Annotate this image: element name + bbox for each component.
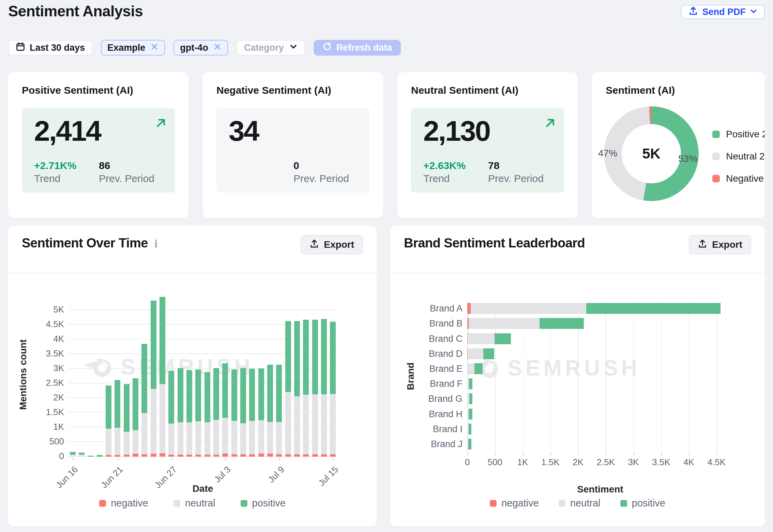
bar-jul-15	[330, 292, 336, 457]
bar-segment-positive	[204, 372, 210, 422]
chevron-down-icon	[750, 7, 757, 17]
bar-segment-positive	[321, 319, 327, 394]
y-axis-tick-labels: 05001K1.5K2K2.5K3K3.5K4K4.5K5K	[29, 292, 64, 457]
refresh-data-button[interactable]: Refresh data	[314, 40, 401, 56]
bar-jun-25	[151, 292, 156, 457]
page-header: Sentiment Analysis Send PDF	[8, 3, 765, 23]
kpi-card-neutral: Neutral Sentiment (AI) 2,130 +2.63K% Tre…	[397, 72, 578, 218]
bar-segment-negative	[231, 454, 237, 457]
bar-segment-positive	[249, 369, 255, 421]
bar-segment-negative	[249, 454, 255, 457]
bar-segment-positive	[124, 384, 130, 432]
legend-label: negative	[111, 498, 148, 509]
date-range-button[interactable]: Last 30 days	[8, 40, 92, 56]
kpi-title: Positive Sentiment (AI)	[22, 85, 133, 96]
kpi-value: 34	[229, 115, 258, 148]
arrow-up-right-icon	[544, 117, 556, 130]
bar-segment-positive	[106, 385, 111, 429]
category-dropdown[interactable]: Category	[237, 40, 305, 56]
export-button[interactable]: Export	[689, 235, 751, 254]
bar-segment-negative	[186, 455, 192, 457]
brand-label-brand-b: Brand B	[411, 318, 463, 329]
bar-segment-positive	[495, 333, 511, 344]
legend-swatch	[490, 500, 497, 507]
bar-segment-neutral	[151, 389, 156, 453]
x-tick-label: 3K	[618, 457, 649, 468]
divider	[8, 273, 377, 273]
legend-item-neutral: Neutral 2.1K	[712, 151, 765, 162]
send-pdf-label: Send PDF	[702, 7, 746, 17]
bar-segment-positive	[97, 455, 103, 457]
brand-leaderboard-card: Brand Sentiment Leaderboard Export Brand…	[390, 226, 765, 527]
x-tick-mark	[661, 452, 662, 455]
bar-segment-positive	[469, 409, 472, 420]
bar-jun-23	[133, 292, 138, 457]
kpi-panel: 34 0 Prev. Period	[216, 108, 369, 193]
bar-segment-neutral	[467, 363, 474, 374]
bar-segment-positive	[267, 365, 273, 422]
gridline	[689, 301, 689, 452]
bar-jul-12	[303, 292, 309, 457]
bar-segment-positive	[469, 393, 473, 404]
gridline	[606, 301, 606, 452]
send-pdf-button[interactable]: Send PDF	[681, 5, 765, 19]
x-tick-label: 500	[480, 457, 510, 468]
bar-jun-21	[115, 292, 120, 457]
close-icon[interactable]	[150, 43, 158, 53]
kpi-card-negative: Negative Sentiment (AI) 34 0 Prev. Perio…	[203, 72, 383, 218]
bar-segment-positive	[115, 380, 120, 428]
chart-legend: negativeneutralpositive	[8, 498, 377, 509]
bar-segment-positive	[168, 371, 174, 424]
chart-title: Sentiment Over Time	[22, 236, 148, 250]
export-button[interactable]: Export	[301, 235, 363, 254]
gridline	[634, 301, 634, 452]
y-tick-label: 3.5K	[29, 348, 64, 359]
filter-chip-label: gpt-4o	[180, 43, 208, 53]
kpi-trend-block: +2.63K% Trend	[423, 160, 488, 184]
bar-segment-neutral	[294, 396, 300, 454]
bar-jul-14	[321, 292, 327, 457]
bar-segment-negative	[222, 454, 228, 457]
legend-label: neutral	[185, 498, 215, 509]
bar-segment-neutral	[249, 421, 255, 454]
bar-segment-negative	[195, 455, 201, 457]
filter-chip-gpt-4o[interactable]: gpt-4o	[173, 40, 228, 56]
bar-segment-neutral	[79, 455, 85, 457]
legend-label: negative	[501, 498, 539, 509]
x-tick-label: 2.5K	[590, 457, 621, 468]
gridline	[661, 301, 662, 452]
bar-segment-negative	[160, 453, 165, 457]
donut-percent-positive: 53%	[678, 153, 697, 164]
bar-segment-neutral	[231, 421, 237, 454]
filter-chip-example[interactable]: Example	[101, 40, 165, 56]
legend-item-positive: positive	[241, 498, 286, 509]
export-label: Export	[712, 239, 742, 250]
y-tick-label: 5K	[29, 304, 64, 315]
x-axis-title: Sentiment	[467, 484, 733, 495]
bar-segment-neutral	[312, 394, 318, 454]
brand-label-brand-a: Brand A	[411, 303, 463, 314]
donut-hole: 5K	[622, 124, 681, 183]
legend-label: Negative 34	[726, 173, 765, 184]
kpi-prev-label: Prev. Period	[293, 173, 349, 184]
legend-item-negative: Negative 34	[712, 173, 765, 184]
x-tick-label: 3.5K	[646, 457, 677, 468]
kpi-prev-value: 0	[293, 160, 349, 171]
info-icon[interactable]: i	[154, 238, 158, 250]
bar-segment-positive	[303, 320, 309, 395]
bar-segment-positive	[160, 297, 165, 384]
bar-segment-positive	[483, 348, 494, 359]
brand-label-brand-c: Brand C	[411, 334, 463, 344]
bar-segment-negative	[276, 454, 282, 457]
chart-legend: negativeneutralpositive	[390, 498, 765, 509]
upload-icon	[309, 239, 319, 251]
bar-segment-positive	[469, 378, 473, 389]
bar-segment-neutral	[186, 422, 192, 455]
bar-segment-neutral	[468, 333, 495, 344]
bar-segment-positive	[258, 368, 264, 420]
bar-segment-neutral	[70, 455, 76, 457]
refresh-data-label: Refresh data	[336, 43, 392, 53]
close-icon[interactable]	[213, 43, 222, 53]
x-tick-mark	[523, 452, 524, 455]
bar-segment-negative	[115, 455, 120, 457]
